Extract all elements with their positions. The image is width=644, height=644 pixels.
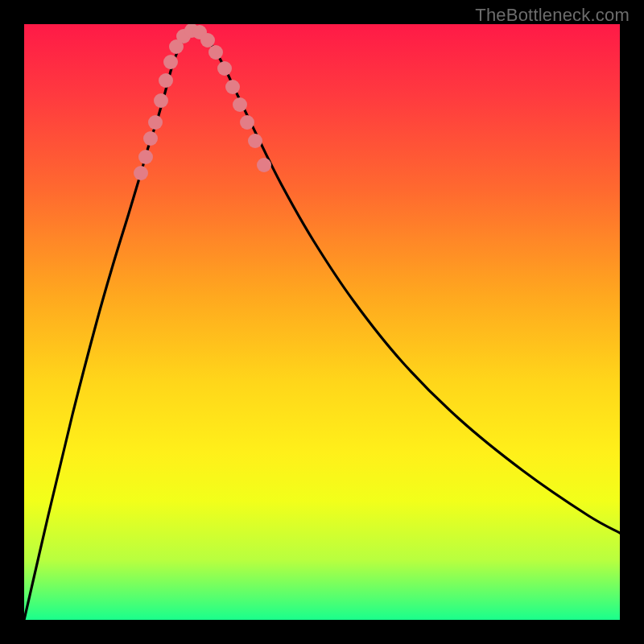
highlight-dot [148,115,163,130]
bottleneck-curve [24,30,620,620]
highlight-dot [163,55,178,69]
highlight-dot [169,39,184,54]
highlight-dots [134,24,271,180]
highlight-dot [240,115,254,130]
plot-area [24,24,620,620]
highlight-dot [248,134,262,148]
highlight-dot [138,150,153,164]
highlight-dot [233,97,247,112]
highlight-dot [176,29,191,43]
highlight-dot [257,158,271,172]
highlight-dot [184,24,199,38]
highlight-dot [192,25,207,39]
highlight-dot [143,131,158,146]
highlight-dot [208,45,223,60]
highlight-dot [225,80,240,94]
highlight-dot [134,166,148,180]
highlight-dot [217,61,232,76]
curve-svg [24,24,620,620]
highlight-dot [154,93,168,108]
watermark-text: TheBottleneck.com [475,5,630,26]
highlight-dot [159,73,173,88]
highlight-dot [200,33,215,47]
chart-frame: TheBottleneck.com [0,0,644,644]
